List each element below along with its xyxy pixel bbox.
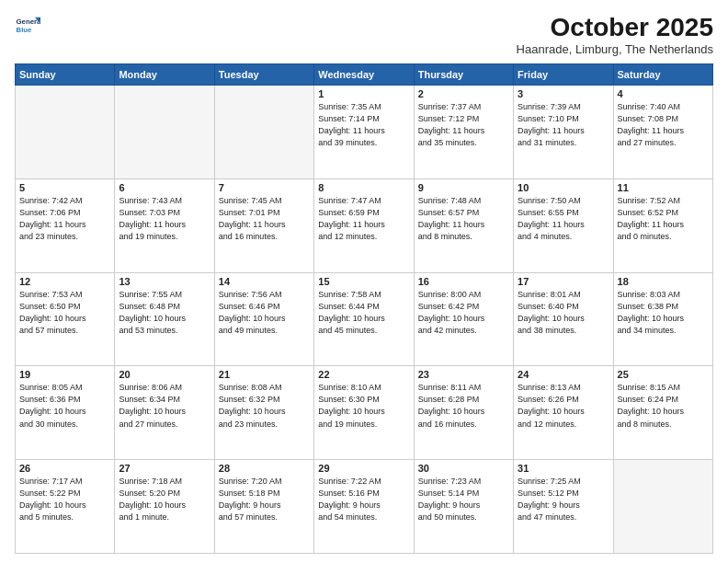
day-info: Sunrise: 7:48 AM Sunset: 6:57 PM Dayligh… xyxy=(418,195,509,243)
weekday-tuesday: Tuesday xyxy=(214,64,313,86)
day-info: Sunrise: 7:47 AM Sunset: 6:59 PM Dayligh… xyxy=(318,195,409,243)
calendar-cell: 5Sunrise: 7:42 AM Sunset: 7:06 PM Daylig… xyxy=(16,178,115,272)
day-number: 28 xyxy=(219,463,310,474)
header: General Blue General Blue October 2025 H… xyxy=(15,13,713,56)
calendar-cell: 22Sunrise: 8:10 AM Sunset: 6:30 PM Dayli… xyxy=(314,366,414,460)
calendar-cell: 27Sunrise: 7:18 AM Sunset: 5:20 PM Dayli… xyxy=(115,460,214,554)
calendar-cell: 7Sunrise: 7:45 AM Sunset: 7:01 PM Daylig… xyxy=(214,178,313,272)
calendar-cell: 30Sunrise: 7:23 AM Sunset: 5:14 PM Dayli… xyxy=(414,460,513,554)
calendar-cell: 8Sunrise: 7:47 AM Sunset: 6:59 PM Daylig… xyxy=(314,178,414,272)
calendar-cell: 16Sunrise: 8:00 AM Sunset: 6:42 PM Dayli… xyxy=(414,272,513,366)
day-number: 25 xyxy=(618,369,709,380)
day-info: Sunrise: 8:05 AM Sunset: 6:36 PM Dayligh… xyxy=(19,382,110,430)
day-info: Sunrise: 7:22 AM Sunset: 5:16 PM Dayligh… xyxy=(318,476,409,523)
day-info: Sunrise: 7:53 AM Sunset: 6:50 PM Dayligh… xyxy=(19,289,110,337)
calendar-cell: 23Sunrise: 8:11 AM Sunset: 6:28 PM Dayli… xyxy=(414,366,513,460)
calendar-cell: 15Sunrise: 7:58 AM Sunset: 6:44 PM Dayli… xyxy=(314,272,414,366)
calendar-cell: 31Sunrise: 7:25 AM Sunset: 5:12 PM Dayli… xyxy=(514,460,613,554)
day-info: Sunrise: 7:43 AM Sunset: 7:03 PM Dayligh… xyxy=(119,195,210,243)
calendar-cell xyxy=(214,86,313,179)
day-number: 26 xyxy=(19,463,110,474)
day-number: 9 xyxy=(418,182,509,193)
day-number: 19 xyxy=(19,369,110,380)
week-row-5: 26Sunrise: 7:17 AM Sunset: 5:22 PM Dayli… xyxy=(16,460,713,554)
calendar-cell: 10Sunrise: 7:50 AM Sunset: 6:55 PM Dayli… xyxy=(514,178,613,272)
day-info: Sunrise: 8:08 AM Sunset: 6:32 PM Dayligh… xyxy=(219,382,310,430)
day-info: Sunrise: 8:06 AM Sunset: 6:34 PM Dayligh… xyxy=(119,382,210,430)
day-number: 16 xyxy=(418,276,509,287)
svg-text:Blue: Blue xyxy=(17,26,33,34)
day-number: 13 xyxy=(119,276,210,287)
day-number: 23 xyxy=(418,369,509,380)
calendar-cell: 6Sunrise: 7:43 AM Sunset: 7:03 PM Daylig… xyxy=(115,178,214,272)
calendar-cell: 24Sunrise: 8:13 AM Sunset: 6:26 PM Dayli… xyxy=(514,366,613,460)
day-number: 31 xyxy=(518,463,609,474)
day-info: Sunrise: 7:42 AM Sunset: 7:06 PM Dayligh… xyxy=(19,195,110,243)
calendar-cell: 26Sunrise: 7:17 AM Sunset: 5:22 PM Dayli… xyxy=(16,460,115,554)
weekday-saturday: Saturday xyxy=(613,64,712,86)
day-info: Sunrise: 8:13 AM Sunset: 6:26 PM Dayligh… xyxy=(518,382,609,430)
month-title: October 2025 xyxy=(517,13,713,42)
day-number: 27 xyxy=(119,463,210,474)
calendar-cell: 20Sunrise: 8:06 AM Sunset: 6:34 PM Dayli… xyxy=(115,366,214,460)
week-row-4: 19Sunrise: 8:05 AM Sunset: 6:36 PM Dayli… xyxy=(16,366,713,460)
day-info: Sunrise: 7:35 AM Sunset: 7:14 PM Dayligh… xyxy=(318,101,409,149)
calendar-cell: 2Sunrise: 7:37 AM Sunset: 7:12 PM Daylig… xyxy=(414,86,513,179)
day-number: 17 xyxy=(518,276,609,287)
week-row-3: 12Sunrise: 7:53 AM Sunset: 6:50 PM Dayli… xyxy=(16,272,713,366)
day-number: 11 xyxy=(618,182,709,193)
logo-icon: General Blue xyxy=(15,13,40,39)
day-number: 24 xyxy=(518,369,609,380)
day-info: Sunrise: 8:10 AM Sunset: 6:30 PM Dayligh… xyxy=(318,382,409,430)
weekday-monday: Monday xyxy=(115,64,214,86)
day-info: Sunrise: 7:25 AM Sunset: 5:12 PM Dayligh… xyxy=(518,476,609,523)
day-info: Sunrise: 8:00 AM Sunset: 6:42 PM Dayligh… xyxy=(418,289,509,337)
day-info: Sunrise: 7:18 AM Sunset: 5:20 PM Dayligh… xyxy=(119,476,210,523)
day-info: Sunrise: 8:15 AM Sunset: 6:24 PM Dayligh… xyxy=(618,382,709,430)
calendar-cell: 18Sunrise: 8:03 AM Sunset: 6:38 PM Dayli… xyxy=(613,272,712,366)
day-info: Sunrise: 8:01 AM Sunset: 6:40 PM Dayligh… xyxy=(518,289,609,337)
day-number: 6 xyxy=(119,182,210,193)
calendar-cell xyxy=(115,86,214,179)
calendar-cell: 14Sunrise: 7:56 AM Sunset: 6:46 PM Dayli… xyxy=(214,272,313,366)
day-number: 5 xyxy=(19,182,110,193)
calendar-cell: 11Sunrise: 7:52 AM Sunset: 6:52 PM Dayli… xyxy=(613,178,712,272)
day-number: 2 xyxy=(418,88,509,99)
day-info: Sunrise: 7:55 AM Sunset: 6:48 PM Dayligh… xyxy=(119,289,210,337)
day-info: Sunrise: 7:37 AM Sunset: 7:12 PM Dayligh… xyxy=(418,101,509,149)
calendar-cell: 17Sunrise: 8:01 AM Sunset: 6:40 PM Dayli… xyxy=(514,272,613,366)
calendar-cell: 21Sunrise: 8:08 AM Sunset: 6:32 PM Dayli… xyxy=(214,366,313,460)
day-info: Sunrise: 7:45 AM Sunset: 7:01 PM Dayligh… xyxy=(219,195,310,243)
weekday-header-row: SundayMondayTuesdayWednesdayThursdayFrid… xyxy=(16,64,713,86)
week-row-2: 5Sunrise: 7:42 AM Sunset: 7:06 PM Daylig… xyxy=(16,178,713,272)
day-info: Sunrise: 7:23 AM Sunset: 5:14 PM Dayligh… xyxy=(418,476,509,523)
calendar-cell xyxy=(16,86,115,179)
day-number: 18 xyxy=(618,276,709,287)
day-number: 3 xyxy=(518,88,609,99)
week-row-1: 1Sunrise: 7:35 AM Sunset: 7:14 PM Daylig… xyxy=(16,86,713,179)
calendar-cell: 28Sunrise: 7:20 AM Sunset: 5:18 PM Dayli… xyxy=(214,460,313,554)
day-number: 22 xyxy=(318,369,409,380)
page: General Blue General Blue October 2025 H… xyxy=(0,0,728,563)
calendar-cell: 3Sunrise: 7:39 AM Sunset: 7:10 PM Daylig… xyxy=(514,86,613,179)
day-info: Sunrise: 7:17 AM Sunset: 5:22 PM Dayligh… xyxy=(19,476,110,523)
day-info: Sunrise: 7:50 AM Sunset: 6:55 PM Dayligh… xyxy=(518,195,609,243)
day-number: 20 xyxy=(119,369,210,380)
day-info: Sunrise: 8:03 AM Sunset: 6:38 PM Dayligh… xyxy=(618,289,709,337)
logo: General Blue General Blue xyxy=(15,13,40,39)
calendar-cell xyxy=(613,460,712,554)
day-info: Sunrise: 7:52 AM Sunset: 6:52 PM Dayligh… xyxy=(618,195,709,243)
day-number: 1 xyxy=(318,88,409,99)
weekday-friday: Friday xyxy=(514,64,613,86)
calendar-table: SundayMondayTuesdayWednesdayThursdayFrid… xyxy=(15,63,713,554)
day-info: Sunrise: 7:58 AM Sunset: 6:44 PM Dayligh… xyxy=(318,289,409,337)
title-block: October 2025 Haanrade, Limburg, The Neth… xyxy=(517,13,713,56)
location: Haanrade, Limburg, The Netherlands xyxy=(517,42,713,56)
weekday-sunday: Sunday xyxy=(16,64,115,86)
day-number: 4 xyxy=(618,88,709,99)
day-info: Sunrise: 8:11 AM Sunset: 6:28 PM Dayligh… xyxy=(418,382,509,430)
day-number: 8 xyxy=(318,182,409,193)
calendar-cell: 1Sunrise: 7:35 AM Sunset: 7:14 PM Daylig… xyxy=(314,86,414,179)
weekday-wednesday: Wednesday xyxy=(314,64,414,86)
calendar-cell: 25Sunrise: 8:15 AM Sunset: 6:24 PM Dayli… xyxy=(613,366,712,460)
